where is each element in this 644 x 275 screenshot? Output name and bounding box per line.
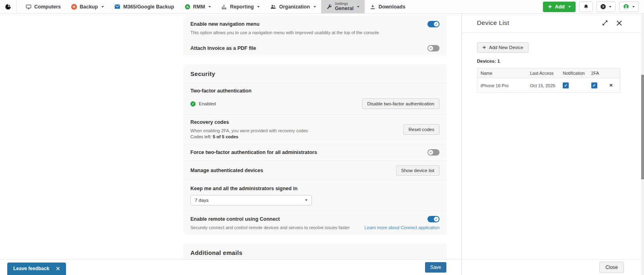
navigation-menu-toggle[interactable]: ✓ bbox=[427, 21, 440, 27]
plus-icon bbox=[548, 4, 552, 9]
people-icon bbox=[270, 4, 276, 10]
setting-description: Securely connect and control remote devi… bbox=[190, 225, 350, 230]
notifications-button[interactable] bbox=[579, 2, 593, 12]
twofa-checkbox[interactable]: ✓ bbox=[591, 82, 597, 88]
security-section-title: Security bbox=[183, 64, 447, 83]
codes-left-label: Codes left: bbox=[190, 134, 212, 139]
close-icon[interactable] bbox=[616, 20, 622, 26]
device-table-header-row: Name Last Access Notification 2FA bbox=[477, 68, 620, 78]
device-list-panel: Device List Add New Device Devices: 1 Na… bbox=[462, 14, 644, 275]
setting-title: Enable new navigation menu bbox=[190, 21, 260, 27]
setting-title: Manage authenticated devices bbox=[190, 168, 263, 173]
wrench-icon bbox=[326, 4, 332, 10]
chevron-down-icon bbox=[257, 6, 260, 8]
user-icon bbox=[623, 4, 629, 10]
codes-left-value: 5 of 5 codes bbox=[213, 134, 239, 139]
force-two-factor-toggle[interactable]: ✕ bbox=[427, 149, 440, 156]
nav-item-settings-general[interactable]: Settings General bbox=[321, 0, 365, 13]
twofa-status: ✓ Enabled bbox=[190, 101, 216, 107]
recovery-codes-description: When enabling 2FA, you were provided wit… bbox=[190, 128, 308, 133]
setting-row-manage-devices: Manage authenticated devices Show device… bbox=[183, 161, 447, 181]
setting-title: Keep me and all the administrators signe… bbox=[190, 186, 440, 191]
setting-title: Recovery codes bbox=[190, 119, 308, 125]
setting-row-keep-signed-in: Keep me and all the administrators signe… bbox=[183, 181, 447, 211]
user-menu-button[interactable] bbox=[619, 2, 639, 12]
general-options-card: Enable new navigation menu ✓ This option… bbox=[183, 16, 447, 56]
nav-item-m365-google-backup[interactable]: M365/Google Backup bbox=[109, 0, 179, 13]
plus-icon bbox=[482, 45, 486, 49]
leave-feedback-button[interactable]: Leave feedback bbox=[7, 263, 66, 275]
nav-label: Computers bbox=[34, 4, 61, 10]
recovery-codes-text: Recovery codes When enabling 2FA, you we… bbox=[190, 119, 308, 139]
app-logo[interactable] bbox=[0, 0, 17, 13]
bell-icon bbox=[583, 4, 589, 10]
close-icon[interactable] bbox=[56, 267, 60, 271]
nav-item-rmm[interactable]: RMM bbox=[180, 0, 217, 13]
signed-in-duration-select[interactable]: 7 days bbox=[190, 195, 312, 205]
codes-left-line: Codes left: 5 of 5 codes bbox=[190, 134, 308, 139]
chevron-down-icon bbox=[609, 6, 611, 8]
setting-row-recovery-codes: Recovery codes When enabling 2FA, you we… bbox=[183, 115, 447, 144]
chevron-down-icon bbox=[101, 6, 104, 8]
nav-label: Backup bbox=[80, 4, 98, 10]
setting-row-remote-connect: Enable remote control using Connect ✓ Se… bbox=[183, 211, 447, 235]
device-list-title: Device List bbox=[477, 19, 509, 27]
close-button[interactable]: Close bbox=[599, 262, 624, 273]
nav-item-organization[interactable]: Organization bbox=[265, 0, 321, 13]
connect-learn-more-link[interactable]: Learn more about Connect application bbox=[364, 225, 440, 230]
show-device-list-button[interactable]: Show device list bbox=[396, 165, 440, 176]
nav-label: Reporting bbox=[230, 4, 254, 10]
setting-row-navigation-menu: Enable new navigation menu ✓ This option… bbox=[183, 16, 447, 40]
chevron-down-icon bbox=[357, 6, 359, 8]
chevron-down-icon bbox=[632, 6, 635, 8]
device-last-access-cell: Oct 15, 2025 bbox=[527, 78, 560, 93]
nav-label-small: Settings bbox=[335, 2, 354, 6]
toggle-knob: ✕ bbox=[428, 46, 433, 51]
delete-device-icon[interactable]: ✕ bbox=[609, 83, 613, 88]
disable-two-factor-button[interactable]: Disable two-factor authentication bbox=[362, 99, 440, 109]
devices-count: Devices: 1 bbox=[477, 59, 644, 64]
device-notification-cell: ✓ bbox=[559, 78, 588, 93]
setting-title: Two-factor authentication bbox=[190, 88, 440, 94]
remote-connect-toggle[interactable]: ✓ bbox=[427, 216, 440, 222]
backup-icon: B bbox=[71, 4, 77, 10]
save-button[interactable]: Save bbox=[425, 262, 446, 273]
scrollbar-thumb[interactable] bbox=[641, 75, 644, 179]
nav-item-downloads[interactable]: Downloads bbox=[365, 0, 411, 13]
column-header-2fa: 2FA bbox=[588, 68, 606, 78]
setting-title: Force two-factor authentication for all … bbox=[190, 150, 317, 155]
nav-items: Computers B Backup M365/Google Backup RM… bbox=[21, 0, 411, 13]
column-header-actions bbox=[606, 68, 620, 78]
attach-invoice-toggle[interactable]: ✕ bbox=[427, 45, 440, 51]
leave-feedback-label: Leave feedback bbox=[13, 266, 49, 271]
nav-label: M365/Google Backup bbox=[123, 4, 174, 10]
nav-item-reporting[interactable]: Reporting bbox=[216, 0, 265, 13]
notification-checkbox[interactable]: ✓ bbox=[563, 82, 569, 88]
reset-codes-button[interactable]: Reset codes bbox=[403, 124, 440, 135]
settings-main-area: Enable new navigation menu ✓ This option… bbox=[0, 14, 462, 275]
nav-label: Downloads bbox=[378, 4, 405, 10]
add-new-device-label: Add New Device bbox=[489, 45, 523, 50]
chevron-down-icon bbox=[314, 6, 316, 8]
expand-icon[interactable] bbox=[602, 20, 608, 26]
device-list-header: Device List bbox=[462, 14, 644, 33]
help-button[interactable]: ? bbox=[597, 2, 615, 12]
security-card: Security Two-factor authentication ✓ Ena… bbox=[183, 64, 447, 235]
nav-item-backup[interactable]: B Backup bbox=[66, 0, 109, 13]
device-2fa-cell: ✓ bbox=[588, 78, 606, 93]
device-name-cell: iPhone 16 Pro bbox=[477, 78, 527, 93]
add-new-device-button[interactable]: Add New Device bbox=[477, 42, 528, 53]
nav-item-computers[interactable]: Computers bbox=[21, 0, 66, 13]
nav-label: Organization bbox=[279, 4, 310, 10]
toggle-knob: ✓ bbox=[434, 217, 439, 222]
select-value: 7 days bbox=[195, 198, 208, 203]
nav-label: General bbox=[335, 6, 354, 11]
setting-description: This option allows you to use a navigati… bbox=[190, 30, 440, 35]
add-button[interactable]: Add bbox=[543, 2, 576, 12]
add-button-label: Add bbox=[555, 4, 565, 10]
top-navigation-bar: Computers B Backup M365/Google Backup RM… bbox=[0, 0, 644, 14]
settings-footer: Save bbox=[0, 259, 461, 275]
setting-title: Attach Invoice as a PDF file bbox=[190, 45, 256, 51]
nav-right-controls: Add ? bbox=[543, 0, 644, 13]
setting-row-two-factor: Two-factor authentication ✓ Enabled Disa… bbox=[183, 83, 447, 115]
